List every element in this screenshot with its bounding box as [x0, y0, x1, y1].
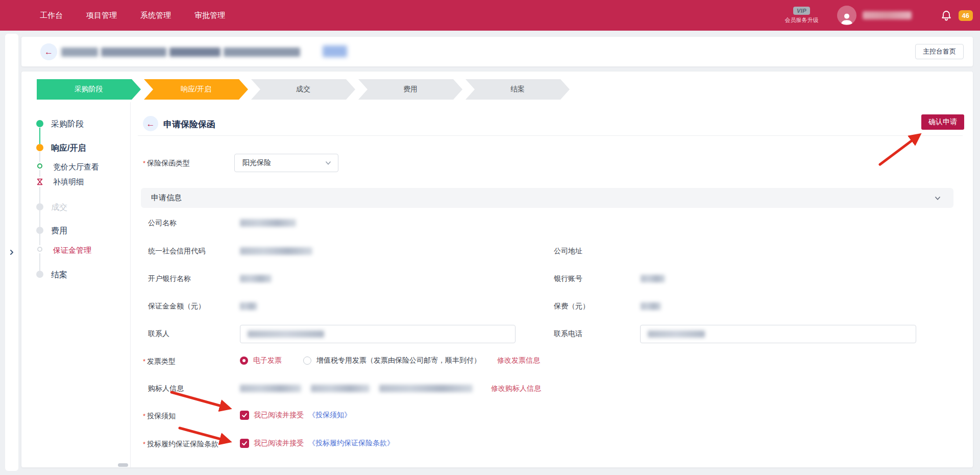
expand-drawer-chevron-icon[interactable] — [8, 249, 15, 256]
contact-label: 联系人 — [148, 329, 169, 339]
radio-vat-invoice[interactable] — [303, 357, 311, 365]
insurance-type-label: *保险保函类型 — [143, 159, 190, 168]
bank-name-label: 开户银行名称 — [148, 274, 191, 283]
performance-terms-doc-link[interactable]: 《投标履约保证保险条款》 — [308, 439, 394, 448]
contact-value-redacted — [248, 330, 324, 338]
insurance-notice-doc-link[interactable]: 《投保须知》 — [308, 411, 351, 420]
project-title-redacted — [169, 48, 220, 57]
required-asterisk: * — [143, 412, 145, 420]
contact-phone-input[interactable] — [640, 325, 916, 343]
dot-green-icon — [36, 120, 43, 127]
horizontal-scrollbar-thumb[interactable] — [118, 463, 128, 467]
selected-option: 阳光保险 — [242, 158, 325, 168]
sidebar-item-procurement[interactable]: 采购阶段 — [51, 119, 84, 130]
confirm-apply-button[interactable]: 确认申请 — [921, 114, 964, 130]
nav-project-management[interactable]: 项目管理 — [86, 11, 117, 20]
dot-gray-icon — [36, 203, 43, 210]
check-icon — [241, 412, 248, 418]
status-tag-redacted — [323, 45, 347, 57]
project-title-redacted — [61, 48, 98, 57]
divider — [138, 135, 963, 136]
radio-vat-invoice-label[interactable]: 增值税专用发票（发票由保险公司邮寄，顺丰到付） — [316, 356, 481, 365]
step-deal[interactable]: 成交 — [251, 79, 355, 100]
stage-stepper: 采购阶段 响应/开启 成交 费用 结案 — [37, 79, 570, 100]
bank-account-label: 银行账号 — [554, 274, 582, 283]
console-home-button[interactable]: 主控台首页 — [915, 44, 964, 59]
buyer-info-label: 购标人信息 — [148, 384, 184, 393]
notification-count-badge[interactable]: 46 — [959, 10, 973, 21]
contact-phone-label: 联系电话 — [554, 329, 582, 339]
back-arrow-icon: ← — [44, 48, 53, 56]
vip-upgrade[interactable]: VIP 会员服务升级 — [785, 7, 819, 24]
performance-terms-checkbox[interactable] — [240, 439, 249, 448]
chevron-down-icon — [325, 159, 332, 167]
radio-electronic-invoice[interactable] — [240, 357, 248, 365]
nav-workbench[interactable]: 工作台 — [40, 11, 63, 20]
premium-label: 保费（元） — [554, 302, 590, 311]
page: 工作台 项目管理 系统管理 审批管理 VIP 会员服务升级 46 — [0, 0, 980, 475]
page-header-card: ← 主控台首页 — [21, 37, 973, 66]
step-response-open[interactable]: 响应/开启 — [144, 79, 248, 100]
edit-buyer-info-link[interactable]: 修改购标人信息 — [491, 384, 541, 393]
step-procurement[interactable]: 采购阶段 — [37, 79, 141, 100]
notification-bell-icon[interactable] — [940, 9, 952, 21]
invoice-type-label: *发票类型 — [143, 357, 176, 366]
ring-gray-icon — [37, 247, 42, 252]
deposit-amount-label: 保证金金额（元） — [148, 302, 205, 311]
hourglass-icon — [36, 178, 44, 186]
dot-gray-icon — [36, 271, 43, 278]
credit-code-value-redacted — [240, 247, 312, 255]
nav-approval-management[interactable]: 审批管理 — [194, 11, 225, 20]
user-icon — [839, 12, 854, 25]
radio-electronic-invoice-label[interactable]: 电子发票 — [253, 356, 282, 365]
sidebar-item-deposit-management[interactable]: 保证金管理 — [53, 246, 91, 255]
required-asterisk: * — [143, 358, 145, 365]
insurance-notice-label: *投保须知 — [143, 412, 176, 421]
main-panel: 采购阶段 响应/开启 成交 费用 结案 采购阶段 响应/开启 竞价大厅查看 补填… — [21, 72, 973, 467]
edit-invoice-info-link[interactable]: 修改发票信息 — [497, 356, 540, 365]
performance-terms-label: *投标履约保证保险条款 — [143, 440, 218, 449]
step-fee[interactable]: 费用 — [358, 79, 462, 100]
ring-green-icon — [37, 163, 42, 169]
project-title-redacted — [101, 48, 166, 57]
sidebar-item-fill-details[interactable]: 补填明细 — [53, 177, 84, 187]
premium-value-redacted — [641, 302, 661, 310]
contact-input[interactable] — [240, 325, 516, 343]
sidebar-item-close[interactable]: 结案 — [51, 270, 67, 280]
vip-icon: VIP — [793, 7, 810, 15]
form-back-button[interactable]: ← — [143, 116, 158, 131]
contact-phone-value-redacted — [648, 330, 705, 338]
form-title: 申请保险保函 — [163, 118, 215, 130]
company-name-value-redacted — [240, 219, 296, 227]
buyer-info-value-redacted — [311, 385, 370, 392]
nav-system-management[interactable]: 系统管理 — [140, 11, 171, 20]
agree-text: 我已阅读并接受 — [254, 411, 304, 420]
insurance-type-select[interactable]: 阳光保险 — [234, 154, 338, 172]
section-application-info[interactable]: 申请信息 — [141, 188, 953, 208]
insurance-notice-checkbox[interactable] — [240, 411, 249, 420]
company-name-label: 公司名称 — [148, 219, 177, 228]
vip-subtitle: 会员服务升级 — [785, 16, 819, 24]
deposit-amount-value-redacted — [240, 302, 257, 310]
timeline-connector — [39, 128, 40, 144]
buyer-info-value-redacted — [240, 385, 301, 392]
topbar-right: VIP 会员服务升级 46 — [785, 0, 980, 31]
avatar[interactable] — [837, 6, 856, 25]
collapsed-side-drawer — [5, 34, 18, 471]
credit-code-label: 统一社会信用代码 — [148, 247, 205, 256]
section-title: 申请信息 — [151, 193, 934, 203]
header-back-button[interactable]: ← — [40, 43, 57, 60]
agree-text: 我已阅读并接受 — [254, 439, 304, 448]
buyer-info-value-redacted — [379, 385, 473, 392]
bank-name-value-redacted — [240, 275, 272, 282]
project-title-redacted — [224, 48, 300, 57]
sidebar-item-deal: 成交 — [51, 202, 67, 213]
step-close[interactable]: 结案 — [465, 79, 570, 100]
username-redacted — [863, 11, 912, 19]
sidebar-item-bidding-hall[interactable]: 竞价大厅查看 — [53, 162, 99, 172]
collapse-chevron-icon[interactable] — [934, 195, 941, 202]
sidebar-item-fee[interactable]: 费用 — [51, 226, 67, 236]
sidebar-item-response-open[interactable]: 响应/开启 — [51, 143, 86, 154]
required-asterisk: * — [143, 159, 145, 167]
top-navigation: 工作台 项目管理 系统管理 审批管理 — [40, 11, 225, 20]
